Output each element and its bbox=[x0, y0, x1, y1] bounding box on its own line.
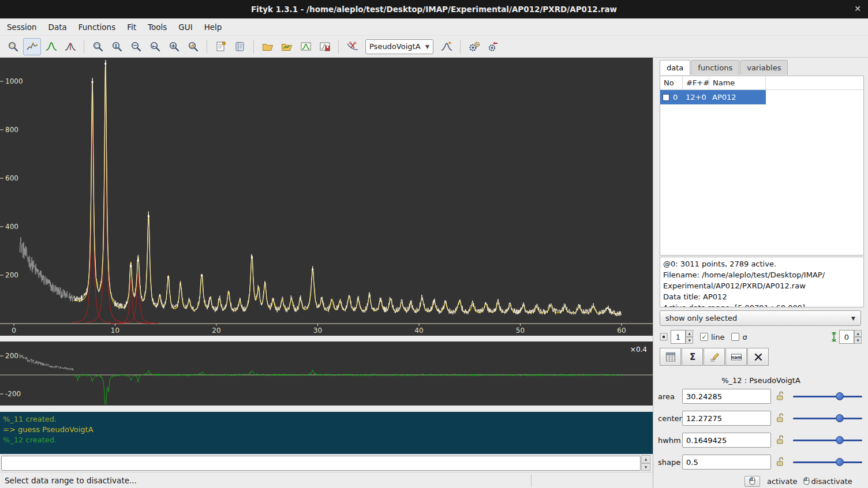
command-input[interactable] bbox=[1, 456, 641, 471]
stepper-down-icon[interactable]: ▼ bbox=[686, 337, 693, 344]
tab-functions[interactable]: functions bbox=[691, 60, 739, 75]
column-header-name[interactable]: Name bbox=[709, 76, 766, 89]
param-area-slider[interactable] bbox=[793, 391, 862, 401]
residual-plot[interactable]: 200-200×0.4 bbox=[0, 341, 653, 406]
edit-data-button[interactable] bbox=[704, 348, 725, 366]
tab-data[interactable]: data bbox=[660, 60, 690, 75]
console-line: => guess PseudoVoigtA bbox=[3, 425, 650, 435]
zoom-out-button[interactable]: − bbox=[127, 38, 145, 55]
param-hwhm-input[interactable] bbox=[682, 433, 771, 448]
open-padlock-icon[interactable] bbox=[776, 413, 785, 423]
column-header-no[interactable]: No bbox=[660, 76, 683, 89]
menu-gui[interactable]: GUI bbox=[173, 20, 198, 35]
add-peak-mode-button[interactable] bbox=[42, 38, 60, 55]
scroll-up-icon[interactable]: ▲ bbox=[641, 455, 650, 463]
add-function-mode-button[interactable] bbox=[61, 38, 79, 55]
toolbar: ◻↕−←+↺PseudoVoigtA▼✦ bbox=[0, 36, 868, 58]
param-shape-slider[interactable] bbox=[793, 457, 862, 467]
save-session-button[interactable] bbox=[316, 38, 334, 55]
info-line: Data title: AP012 bbox=[663, 291, 860, 302]
zoom-mode-button[interactable] bbox=[4, 38, 22, 55]
info-line: @0: 3011 points, 2789 active. bbox=[663, 258, 860, 269]
row-checkbox[interactable] bbox=[663, 94, 669, 101]
data-action-buttons: Σnam bbox=[660, 348, 769, 366]
filter-dropdown-value: show only selected bbox=[665, 314, 737, 322]
mouse-hint-button[interactable] bbox=[744, 476, 760, 487]
open-padlock-icon[interactable] bbox=[776, 391, 785, 401]
table-row[interactable]: 0 12+0 AP012 bbox=[660, 90, 766, 104]
statistics-button[interactable]: Σ bbox=[682, 348, 703, 366]
tab-variables[interactable]: variables bbox=[740, 60, 788, 75]
data-range-mode-button[interactable] bbox=[23, 38, 41, 55]
slider-handle[interactable] bbox=[836, 436, 844, 444]
main-plot[interactable]: 10008006004002000102030405060 bbox=[0, 58, 653, 336]
checkbox-check-icon: ✓ bbox=[700, 333, 708, 341]
open-data-button[interactable] bbox=[259, 38, 276, 55]
line-checkbox[interactable]: ✓ line bbox=[700, 333, 724, 341]
session-log-button[interactable] bbox=[231, 38, 249, 55]
stepper-up-icon[interactable]: ▲ bbox=[686, 330, 693, 337]
strip-background-button[interactable] bbox=[343, 38, 361, 55]
svg-text:←: ← bbox=[152, 43, 156, 48]
zoom-vertical-button[interactable]: ↕ bbox=[108, 38, 126, 55]
zoom-all-button[interactable]: ◻ bbox=[89, 38, 107, 55]
shift-stepper[interactable]: 0 ▲▼ bbox=[839, 330, 862, 344]
data-list: No #F+# Name 0 12+0 AP012 bbox=[660, 76, 864, 256]
stepper-down-icon[interactable]: ▼ bbox=[854, 337, 862, 344]
undo-fit-button[interactable] bbox=[484, 38, 502, 55]
menu-fit[interactable]: Fit bbox=[121, 20, 142, 35]
delete-button[interactable] bbox=[747, 348, 769, 366]
param-hwhm-slider[interactable] bbox=[793, 435, 862, 445]
menu-tools[interactable]: Tools bbox=[142, 20, 173, 35]
plot-splitter[interactable] bbox=[0, 336, 653, 341]
zoom-in-button[interactable]: + bbox=[165, 38, 183, 55]
param-label: center bbox=[653, 414, 680, 423]
param-area-input[interactable] bbox=[682, 389, 771, 404]
svg-text:50: 50 bbox=[516, 326, 525, 335]
statusbar-divider bbox=[531, 474, 532, 487]
column-header-functions[interactable]: #F+# bbox=[683, 76, 709, 89]
folder-open-icon bbox=[261, 40, 274, 53]
script-editor-button[interactable] bbox=[212, 38, 230, 55]
slider-handle[interactable] bbox=[836, 392, 844, 400]
scroll-down-icon[interactable]: ▼ bbox=[641, 463, 650, 471]
menu-session[interactable]: Session bbox=[1, 20, 43, 35]
sigma-checkbox[interactable]: σ bbox=[731, 333, 747, 341]
svg-text:30: 30 bbox=[313, 326, 322, 335]
param-center-slider[interactable] bbox=[793, 413, 862, 423]
slider-handle[interactable] bbox=[836, 414, 844, 422]
param-shape-input[interactable] bbox=[682, 455, 771, 470]
row-no: 0 bbox=[669, 93, 682, 102]
menu-data[interactable]: Data bbox=[43, 20, 73, 35]
auto-add-button[interactable]: ✦ bbox=[437, 38, 455, 55]
menu-functions[interactable]: Functions bbox=[73, 20, 121, 35]
zoom-previous-button[interactable]: ← bbox=[146, 38, 164, 55]
toolbar-separator bbox=[207, 40, 207, 54]
svg-text:600: 600 bbox=[5, 174, 18, 182]
function-type-dropdown[interactable]: PseudoVoigtA▼ bbox=[365, 39, 433, 54]
zoom-auto-button[interactable]: ↺ bbox=[184, 38, 202, 55]
sidebar: data functions variables No #F+# Name 0 … bbox=[653, 58, 868, 488]
data-sheet-button[interactable] bbox=[660, 348, 681, 366]
stepper-up-icon[interactable]: ▲ bbox=[854, 330, 862, 337]
svg-text:200: 200 bbox=[5, 271, 18, 279]
open-padlock-icon[interactable] bbox=[776, 457, 785, 467]
fit-button[interactable] bbox=[465, 38, 483, 55]
menu-help[interactable]: Help bbox=[199, 20, 228, 35]
point-size-stepper[interactable]: 1 ▲▼ bbox=[671, 330, 693, 344]
rename-button[interactable]: nam bbox=[725, 348, 747, 366]
open-session-button[interactable] bbox=[278, 38, 295, 55]
filter-dropdown[interactable]: show only selected ▼ bbox=[660, 310, 861, 326]
status-text: Select data range to disactivate... bbox=[5, 476, 137, 485]
magnifier-minus-icon: − bbox=[130, 40, 143, 53]
param-center-input[interactable] bbox=[682, 411, 771, 426]
export-plot-button[interactable] bbox=[297, 38, 315, 55]
fityk-window: Fityk 1.3.1 - /home/aleplo/test/Desktop/… bbox=[0, 0, 868, 488]
slider-handle[interactable] bbox=[836, 458, 844, 466]
display-controls: 1 ▲▼ ✓ line σ 0 ▲▼ bbox=[660, 329, 864, 344]
command-history-scroll[interactable]: ▲ ▼ bbox=[641, 455, 650, 471]
magnifier-refresh-icon: ↺ bbox=[187, 40, 200, 53]
close-icon[interactable]: ✕ bbox=[854, 4, 861, 13]
open-padlock-icon[interactable] bbox=[776, 435, 785, 445]
svg-text:−: − bbox=[132, 42, 137, 48]
